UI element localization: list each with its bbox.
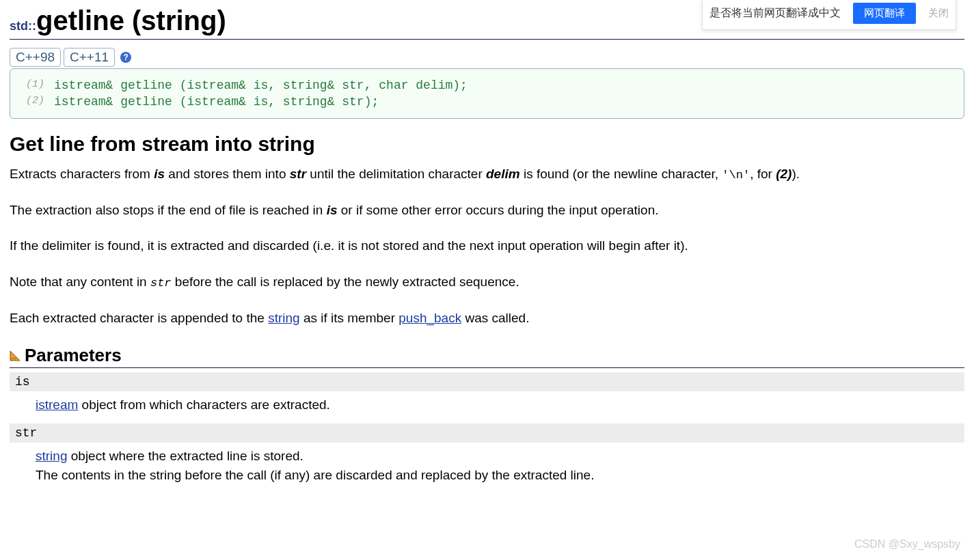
para-1: Extracts characters from is and stores t… [10,165,964,184]
para-4: Note that any content in str before the … [10,273,964,292]
signature-box: (1) istream& getline (istream& is, strin… [10,68,964,119]
signature-2-num: (2) [20,95,54,109]
para-5: Each extracted character is appended to … [10,309,964,328]
summary-heading: Get line from stream into string [10,132,964,156]
help-icon[interactable]: ? [120,52,131,63]
param-str-desc: string object where the extracted line i… [10,443,964,490]
tab-cpp11[interactable]: C++11 [64,48,115,67]
tab-cpp98[interactable]: C++98 [10,48,61,67]
param-is-name: is [10,372,964,391]
ruler-icon [10,350,21,361]
translate-bar: 是否将当前网页翻译成中文 网页翻译 关闭 [702,0,956,30]
page-title: getline (string) [36,5,226,36]
para-2: The extraction also stops if the end of … [10,201,964,220]
para-3: If the delimiter is found, it is extract… [10,237,964,255]
link-string[interactable]: string [268,311,299,325]
namespace-prefix: std:: [10,19,36,33]
translate-button[interactable]: 网页翻译 [853,3,916,24]
title-rule [10,39,964,40]
translate-close[interactable]: 关闭 [928,7,949,20]
signature-1-code: istream& getline (istream& is, string& s… [54,79,468,92]
translate-question: 是否将当前网页翻译成中文 [709,6,841,20]
param-str-name: str [10,423,964,443]
parameters-heading-row: Parameters [10,345,964,368]
signature-2: (2) istream& getline (istream& is, strin… [20,95,954,109]
link-string-param[interactable]: string [36,449,67,463]
parameters-heading: Parameters [25,345,122,366]
link-push-back[interactable]: push_back [398,311,461,325]
version-tabs: C++98 C++11 ? [10,48,964,67]
link-istream[interactable]: istream [36,397,78,412]
signature-1: (1) istream& getline (istream& is, strin… [20,79,954,92]
param-is-desc: istream object from which characters are… [10,391,964,419]
signature-2-code: istream& getline (istream& is, string& s… [54,95,379,109]
signature-1-num: (1) [20,79,54,92]
